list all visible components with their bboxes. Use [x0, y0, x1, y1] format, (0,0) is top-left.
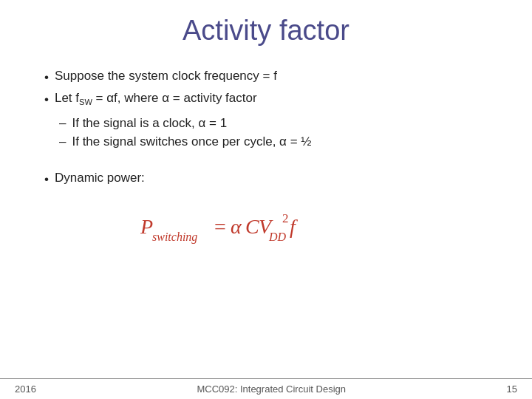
- slide-footer: 2016 MCC092: Integrated Circuit Design 1…: [0, 378, 532, 399]
- bullet-text-2: Let fSW = αf, where α = activity factor: [55, 91, 257, 106]
- svg-text:C: C: [245, 215, 259, 238]
- footer-page: 15: [507, 383, 517, 395]
- sub-bullet-text-1: If the signal is a clock, α = 1: [72, 116, 227, 131]
- bullet-dot-3: •: [44, 172, 49, 187]
- sub-bullet-item-1: – If the signal is a clock, α = 1: [59, 116, 311, 131]
- svg-text:α: α: [231, 215, 242, 238]
- sub-bullet-text-2: If the signal switches once per cycle, α…: [72, 134, 311, 149]
- footer-year: 2016: [15, 383, 36, 395]
- svg-text:DD: DD: [268, 231, 287, 243]
- dynamic-power-label: Dynamic power:: [55, 171, 145, 185]
- svg-text:=: =: [214, 215, 226, 238]
- dash-1: –: [59, 116, 66, 131]
- bullet-item-2: • Let fSW = αf, where α = activity facto…: [44, 91, 488, 156]
- sub-bullet-list: – If the signal is a clock, α = 1 – If t…: [59, 116, 311, 153]
- formula-container: P switching = α C V DD 2 f: [44, 200, 488, 252]
- formula-svg: P switching = α C V DD 2 f: [140, 200, 392, 252]
- slide: Activity factor • Suppose the system clo…: [0, 0, 532, 399]
- footer-course: MCC092: Integrated Circuit Design: [197, 383, 346, 395]
- svg-text:switching: switching: [152, 231, 197, 244]
- slide-title: Activity factor: [44, 15, 488, 47]
- svg-text:f: f: [290, 215, 298, 238]
- bullet-text-1: Suppose the system clock frequency = f: [55, 69, 277, 83]
- dash-2: –: [59, 134, 66, 149]
- svg-text:P: P: [140, 215, 153, 238]
- bullet-dot-1: •: [44, 70, 49, 85]
- bullet-dot-2: •: [44, 92, 49, 107]
- dynamic-power-section: • Dynamic power: P switching = α C V: [44, 171, 488, 252]
- sub-bullet-item-2: – If the signal switches once per cycle,…: [59, 134, 311, 149]
- svg-text:2: 2: [282, 211, 289, 225]
- dynamic-power-bullet: • Dynamic power:: [44, 171, 488, 187]
- bullet-item-1: • Suppose the system clock frequency = f: [44, 69, 488, 85]
- bullet-list: • Suppose the system clock frequency = f…: [44, 69, 488, 156]
- slide-content: Activity factor • Suppose the system clo…: [0, 0, 532, 378]
